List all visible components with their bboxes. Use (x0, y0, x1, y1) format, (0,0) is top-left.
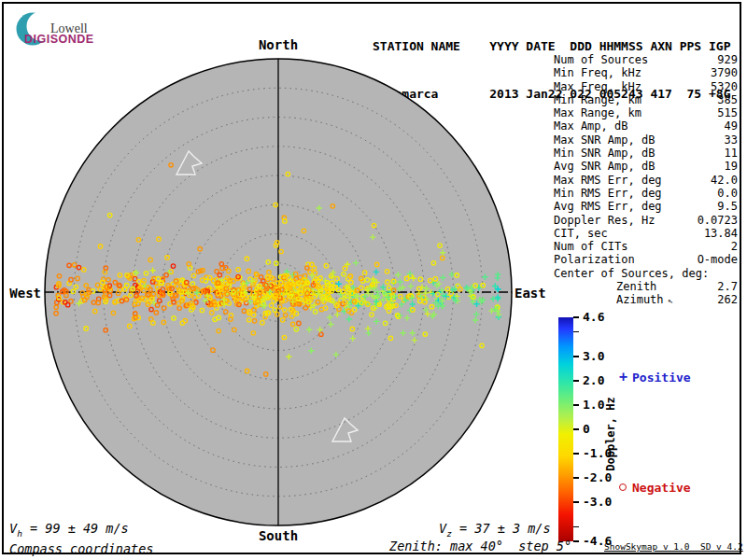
stat-value: 13.84 (704, 227, 738, 240)
stat-value: 929 (717, 53, 738, 66)
stat-row: Avg RMS Err, deg9.5 (554, 200, 738, 213)
version-stamp: ShowSkymap v 1.0 SD v 4.2 (604, 541, 743, 552)
stat-label: Max SNR Amp, dB (554, 133, 655, 147)
colorbar-tick (573, 428, 579, 430)
circle-symbol-icon (619, 483, 627, 491)
stat-row: Max SNR Amp, dB33 (554, 133, 738, 147)
azimuth-direction-arrow-icon: ↖ (666, 294, 673, 308)
stat-label: Num of CITs (554, 240, 627, 253)
stat-row: Zenith2.7 (554, 280, 738, 293)
colorbar-tick-label: 0 (583, 423, 590, 436)
stat-row: Avg SNR Amp, dB19 (554, 160, 738, 173)
stat-label: Num of Sources (554, 53, 648, 66)
colorbar-tick (573, 501, 579, 503)
compass-label-south: South (241, 528, 316, 543)
colorbar-gradient (558, 317, 573, 541)
horizontal-velocity-readout: Vh = 99 ± 49 m/s (9, 521, 129, 539)
stat-row: Azimuth↖262 (554, 293, 738, 307)
stat-row: Min RMS Err, deg0.0 (554, 187, 738, 200)
stat-value: 2.7 (717, 280, 738, 293)
stat-label: Min SNR Amp, dB (554, 147, 655, 160)
stat-label: Max Freq, kHz (554, 80, 641, 93)
stat-row: CIT, sec13.84 (554, 227, 738, 240)
stat-value: 0.0 (717, 187, 738, 200)
compass-label-north: North (241, 37, 316, 52)
colorbar-tick (573, 540, 579, 542)
colorbar-tick (573, 404, 579, 406)
colorbar-tick-label: 2.0 (583, 374, 604, 387)
stat-value: 262 (717, 293, 738, 307)
stat-row: Min Freq, kHz3790 (554, 66, 738, 79)
stat-value: 9.5 (717, 200, 738, 213)
stat-label: Center of Sources, deg: (554, 267, 709, 280)
stat-label: Max Amp, dB (554, 119, 627, 133)
colorbar-tick (573, 453, 579, 455)
colorbar-tick-label: 1.0 (583, 399, 604, 412)
stat-value: 11 (725, 147, 738, 160)
stat-label: Max Range, km (554, 106, 641, 119)
colorbar-tick-label: 4.6 (583, 311, 604, 324)
stat-label: Avg SNR Amp, dB (554, 160, 655, 173)
stat-value: 5320 (711, 80, 738, 93)
stat-label: CIT, sec (554, 227, 608, 240)
colorbar-tick (573, 331, 579, 333)
stat-label: Doppler Res, Hz (554, 214, 655, 227)
colorbar-axis-label: Doppler, Hz (604, 355, 617, 513)
stat-value: 2 (731, 240, 738, 253)
stat-value: 19 (725, 160, 738, 173)
stat-row: Max RMS Err, deg42.0 (554, 174, 738, 187)
stat-row: Num of CITs2 (554, 240, 738, 253)
stat-value: 515 (717, 106, 738, 119)
stat-value: 3790 (711, 66, 738, 79)
colorbar-tick (573, 477, 579, 479)
colorbar-tick (573, 316, 579, 318)
stat-value: 33 (725, 133, 738, 147)
stat-value: 0.0723 (698, 214, 738, 227)
stat-row: Doppler Res, Hz0.0723 (554, 214, 738, 227)
stat-row: Max Freq, kHz5320 (554, 80, 738, 93)
stat-label: Min Freq, kHz (554, 66, 641, 79)
stat-value: 385 (717, 93, 738, 106)
stat-label: Avg RMS Err, deg (554, 200, 662, 213)
vertical-velocity-readout: Vz = 37 ± 3 m/s (439, 521, 551, 539)
stat-row: Min SNR Amp, dB11 (554, 147, 738, 160)
stat-row: Center of Sources, deg: (554, 267, 738, 280)
stat-label: Polarization (554, 253, 635, 266)
colorbar-tick (573, 526, 579, 528)
stat-row: Num of Sources929 (554, 53, 738, 66)
stat-value: 49 (725, 119, 738, 133)
colorbar-tick (573, 356, 579, 357)
stat-row: PolarizationO-mode (554, 253, 738, 266)
stat-label: Azimuth↖ (554, 293, 672, 307)
stat-value: 42.0 (711, 174, 738, 187)
stat-row: Min Range, km385 (554, 93, 738, 106)
doppler-colorbar: 4.63.02.01.00-1.0-2.0-3.0-4.6 (558, 317, 573, 541)
plus-symbol-icon: + (619, 369, 627, 385)
stat-value: O-mode (698, 253, 738, 266)
colorbar-tick (573, 380, 579, 382)
stat-row: Max Range, km515 (554, 106, 738, 119)
compass-label-west: West (0, 286, 41, 301)
stat-label: Min Range, km (554, 93, 641, 106)
showskymap-window: { "logo": { "line1": "Lowell", "line2": … (0, 0, 747, 560)
stat-row: Max Amp, dB49 (554, 119, 738, 133)
measurement-stats: Num of Sources929Min Freq, kHz3790Max Fr… (554, 53, 738, 308)
colorbar-tick-label: 3.0 (583, 350, 604, 363)
stat-label: Zenith (554, 280, 656, 293)
coordinate-system-label: Compass coordinates (9, 541, 153, 556)
zenith-grid-label: Zenith: max 40° step 5° (389, 539, 571, 553)
legend-negative-label: Negative (632, 481, 691, 495)
stat-label: Min RMS Err, deg (554, 187, 662, 200)
legend-positive-label: Positive (632, 371, 691, 385)
stat-label: Max RMS Err, deg (554, 174, 662, 187)
legend-negative: Negative (619, 481, 691, 495)
legend-positive: +Positive (619, 369, 691, 385)
